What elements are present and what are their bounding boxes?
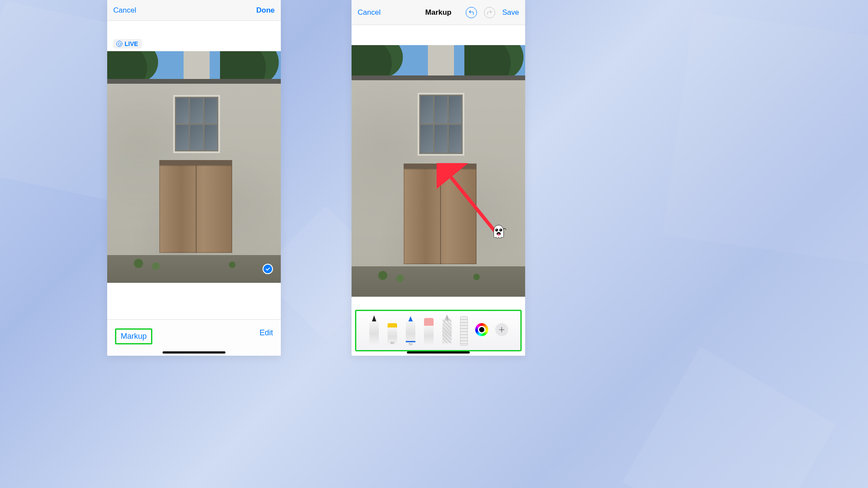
selected-check-icon <box>263 264 273 274</box>
cancel-button[interactable]: Cancel <box>113 6 136 15</box>
markup-button[interactable]: Markup <box>121 332 147 341</box>
add-shape-button[interactable] <box>495 323 508 336</box>
photo-image <box>107 51 281 283</box>
undo-button[interactable] <box>466 7 477 18</box>
live-label: LIVE <box>125 40 138 47</box>
nav-title: Markup <box>425 8 451 17</box>
eraser-tool[interactable] <box>423 313 434 346</box>
cancel-button[interactable]: Cancel <box>358 8 381 17</box>
nav-bar: Cancel Done <box>107 0 281 21</box>
current-color-swatch <box>478 326 486 334</box>
svg-point-3 <box>499 229 502 232</box>
svg-point-5 <box>500 229 501 230</box>
svg-point-4 <box>496 229 496 230</box>
live-badge[interactable]: LIVE <box>113 39 142 49</box>
photo-canvas[interactable] <box>352 25 525 307</box>
ruler-tool[interactable] <box>460 313 468 346</box>
edit-button[interactable]: Edit <box>260 328 273 337</box>
nav-bar: Cancel Markup Save <box>352 0 525 25</box>
pencil-tool[interactable]: 50 <box>405 313 416 346</box>
phone-left-edit-photo: Cancel Done LIVE Markup Edit <box>107 0 281 356</box>
bottom-toolbar: Markup Edit <box>107 319 281 356</box>
phone-right-markup: Cancel Markup Save <box>352 0 525 356</box>
color-picker-button[interactable] <box>475 323 488 336</box>
svg-point-2 <box>495 229 498 232</box>
home-indicator[interactable] <box>163 351 226 354</box>
svg-point-7 <box>497 233 500 236</box>
home-indicator[interactable] <box>407 351 470 354</box>
photo-image <box>352 45 525 297</box>
save-button[interactable]: Save <box>502 8 519 17</box>
highlighter-tool[interactable]: 80 <box>387 313 398 346</box>
markup-tool-palette-highlight: 80 50 <box>355 310 522 351</box>
photo-canvas[interactable] <box>107 21 281 303</box>
ghost-emoji-sticker[interactable] <box>490 225 507 241</box>
highlighter-size-label: 80 <box>391 341 395 345</box>
pencil-size-label: 50 <box>409 342 413 346</box>
pen-tool[interactable] <box>368 313 380 346</box>
markup-highlight: Markup <box>115 328 152 344</box>
done-button[interactable]: Done <box>256 6 275 15</box>
live-icon <box>116 41 122 47</box>
redo-button <box>484 7 495 18</box>
lasso-tool[interactable] <box>441 313 453 346</box>
